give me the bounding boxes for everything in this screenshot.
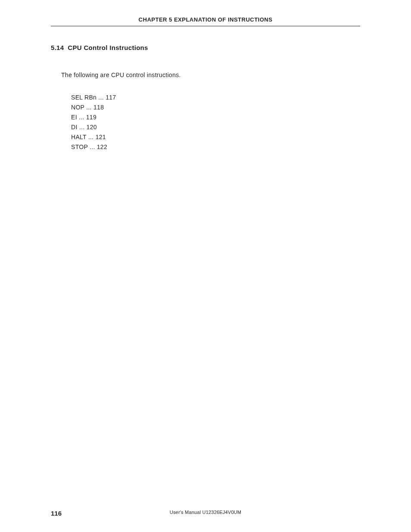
instruction-page: 118 — [93, 104, 104, 111]
page-number: 116 — [51, 510, 62, 517]
instruction-page: 121 — [96, 134, 106, 140]
list-item: STOP ... 122 — [71, 142, 360, 152]
page-footer: 116 User's Manual U12326EJ4V0UM — [51, 510, 360, 517]
section-number: 5.14 — [51, 44, 64, 51]
instruction-name: DI — [71, 124, 78, 131]
list-item: NOP ... 118 — [71, 103, 360, 112]
list-item: SEL RBn ... 117 — [71, 93, 360, 103]
footer-manual-ref: User's Manual U12326EJ4V0UM — [170, 510, 241, 515]
instruction-page: 122 — [97, 143, 107, 150]
instruction-name: NOP — [71, 104, 84, 111]
list-item: DI ... 120 — [71, 122, 360, 132]
list-item: EI ... 119 — [71, 112, 360, 122]
section-heading: 5.14 CPU Control Instructions — [51, 44, 360, 51]
page-container: CHAPTER 5 EXPLANATION OF INSTRUCTIONS 5.… — [0, 0, 411, 152]
instruction-page: 119 — [86, 114, 97, 121]
instruction-name: STOP — [71, 143, 88, 150]
instruction-page: 120 — [87, 124, 97, 131]
chapter-header: CHAPTER 5 EXPLANATION OF INSTRUCTIONS — [51, 16, 360, 26]
instruction-name: SEL RBn — [71, 94, 97, 101]
instruction-page: 117 — [106, 94, 116, 101]
instruction-list: SEL RBn ... 117 NOP ... 118 EI ... 119 D… — [71, 93, 360, 152]
instruction-name: EI — [71, 114, 77, 121]
section-title: CPU Control Instructions — [68, 44, 148, 51]
chapter-title: CHAPTER 5 EXPLANATION OF INSTRUCTIONS — [139, 16, 273, 23]
intro-text: The following are CPU control instructio… — [61, 72, 360, 78]
list-item: HALT ... 121 — [71, 132, 360, 142]
instruction-name: HALT — [71, 134, 87, 140]
